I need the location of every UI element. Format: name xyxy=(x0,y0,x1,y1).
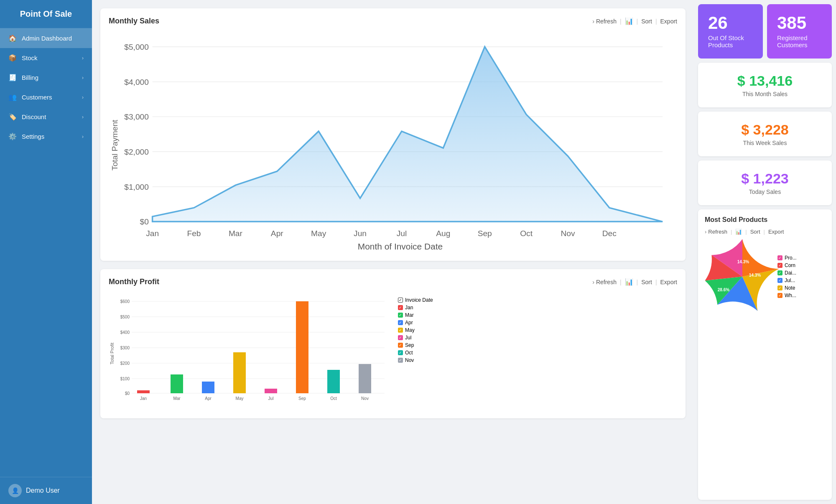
svg-text:$2,000: $2,000 xyxy=(124,148,149,156)
monthly-sales-chart: Total Payment $5,000 $4,000 $3,000 $2,00… xyxy=(109,32,677,252)
monthly-sales-header: Monthly Sales › Refresh | 📊 | Sort | Exp… xyxy=(109,17,677,25)
legend-oct: ✓ Oct xyxy=(398,350,444,356)
legend-may: ✓ May xyxy=(398,327,444,333)
this-month-label: This Month Sales xyxy=(708,91,822,97)
sidebar-nav: 🏠 Admin Dashboard 📦 Stock › 🧾 Billing › … xyxy=(0,28,92,146)
monthly-sales-card: Monthly Sales › Refresh | 📊 | Sort | Exp… xyxy=(100,8,686,261)
username: Demo User xyxy=(26,487,60,494)
pie-chart-svg xyxy=(705,239,780,314)
user-profile[interactable]: 👤 Demo User xyxy=(0,477,92,504)
divider: | xyxy=(620,18,622,25)
sidebar-label-billing: Billing xyxy=(22,74,38,81)
sidebar-item-billing[interactable]: 🧾 Billing › xyxy=(0,68,92,87)
legend-corn: ✓ Corn xyxy=(777,262,797,268)
chevron-right-icon: › xyxy=(82,134,84,140)
svg-text:Jun: Jun xyxy=(354,229,367,238)
legend-nov: ✓ Nov xyxy=(398,357,444,363)
most-sold-legend: ✓ Pro... ✓ Corn ✓ Dai... ✓ Jul... xyxy=(777,255,797,298)
monthly-sales-title: Monthly Sales xyxy=(109,17,159,25)
customers-icon: 👥 xyxy=(8,93,17,101)
monthly-profit-export-btn[interactable]: Export xyxy=(660,279,677,285)
chevron-right-icon: › xyxy=(82,55,84,61)
monthly-sales-refresh-btn[interactable]: › Refresh xyxy=(592,18,617,25)
monthly-profit-svg: Total Profit $600 $500 $400 $300 $200 $1… xyxy=(109,293,393,410)
charts-area: Monthly Sales › Refresh | 📊 | Sort | Exp… xyxy=(92,0,694,504)
monthly-profit-actions: › Refresh | 📊 | Sort | Export xyxy=(592,278,677,286)
svg-text:$0: $0 xyxy=(140,217,149,226)
out-of-stock-label: Out Of Stock Products xyxy=(708,34,753,48)
sidebar-label-dashboard: Admin Dashboard xyxy=(22,35,72,42)
chevron-right-icon: › xyxy=(592,279,594,285)
legend-invoice-date: ✓ Invoice Date xyxy=(398,297,444,303)
bar-sep xyxy=(296,301,308,393)
svg-text:Sep: Sep xyxy=(478,229,492,238)
monthly-sales-sort-btn[interactable]: Sort xyxy=(641,18,652,25)
sidebar-item-stock[interactable]: 📦 Stock › xyxy=(0,48,92,68)
sidebar-item-dashboard[interactable]: 🏠 Admin Dashboard xyxy=(0,28,92,48)
registered-customers-number: 385 xyxy=(777,14,822,32)
svg-text:Month of Invoice Date: Month of Invoice Date xyxy=(358,242,443,251)
chevron-right-icon: › xyxy=(82,114,84,120)
divider: | xyxy=(745,229,747,235)
legend-jul: ✓ Jul xyxy=(398,335,444,341)
profit-chart-area: Total Profit $600 $500 $400 $300 $200 $1… xyxy=(109,293,677,410)
sidebar-item-settings[interactable]: ⚙️ Settings › xyxy=(0,127,92,146)
profit-legend: ✓ Invoice Date ✓ Jan ✓ Mar ✓ Apr xyxy=(398,293,444,410)
sidebar-item-customers[interactable]: 👥 Customers › xyxy=(0,87,92,107)
svg-text:Jan: Jan xyxy=(146,229,159,238)
most-sold-actions: › Refresh | 📊 | Sort | Export xyxy=(705,229,825,235)
legend-note: ✓ Note xyxy=(777,285,797,291)
chevron-right-icon: › xyxy=(82,75,84,81)
svg-text:Total Payment: Total Payment xyxy=(110,120,119,171)
app-name: Point Of Sale xyxy=(20,9,72,18)
divider: | xyxy=(655,279,657,285)
monthly-sales-export-btn[interactable]: Export xyxy=(660,18,677,25)
svg-text:Jul: Jul xyxy=(268,396,274,401)
this-month-sales-card: $ 13,416 This Month Sales xyxy=(698,63,832,107)
bar-jul xyxy=(265,389,277,393)
divider: | xyxy=(620,279,622,285)
pie-chart-area: ✓ Pro... ✓ Corn ✓ Dai... ✓ Jul... xyxy=(705,239,825,314)
svg-text:Jul: Jul xyxy=(397,229,407,238)
divider: | xyxy=(764,229,765,235)
sidebar-label-customers: Customers xyxy=(22,94,52,101)
svg-text:$600: $600 xyxy=(120,299,130,304)
today-label: Today Sales xyxy=(708,188,822,195)
bar-jan xyxy=(137,390,150,393)
legend-jul: ✓ Jul... xyxy=(777,277,797,283)
svg-text:$400: $400 xyxy=(120,330,130,335)
chevron-right-icon: › xyxy=(592,18,594,25)
today-sales-card: $ 1,223 Today Sales xyxy=(698,160,832,205)
monthly-profit-title: Monthly Profit xyxy=(109,277,159,286)
monthly-profit-card: Monthly Profit › Refresh | 📊 | Sort | Ex… xyxy=(100,269,686,418)
svg-text:Nov: Nov xyxy=(361,396,369,401)
bar-nov xyxy=(359,364,371,393)
svg-text:$5,000: $5,000 xyxy=(124,43,149,51)
sidebar-label-discount: Discount xyxy=(22,113,46,120)
legend-dai: ✓ Dai... xyxy=(777,270,797,276)
svg-text:$300: $300 xyxy=(120,346,130,350)
svg-text:$4,000: $4,000 xyxy=(124,78,149,87)
legend-apr: ✓ Apr xyxy=(398,320,444,326)
svg-text:$1,000: $1,000 xyxy=(124,183,149,191)
divider: | xyxy=(731,229,732,235)
svg-text:May: May xyxy=(236,396,244,401)
registered-customers-label: Registered Customers xyxy=(777,34,822,48)
most-sold-refresh-btn[interactable]: › Refresh xyxy=(705,229,727,235)
monthly-profit-sort-btn[interactable]: Sort xyxy=(641,279,652,285)
sidebar-item-discount[interactable]: 🏷️ Discount › xyxy=(0,107,92,127)
monthly-sales-svg: Total Payment $5,000 $4,000 $3,000 $2,00… xyxy=(109,32,677,251)
divider: | xyxy=(637,279,638,285)
divider: | xyxy=(655,18,657,25)
bar-may xyxy=(233,352,246,393)
most-sold-title: Most Sold Products xyxy=(705,216,767,224)
most-sold-export-btn[interactable]: Export xyxy=(768,229,784,235)
svg-text:Aug: Aug xyxy=(436,229,450,238)
monthly-profit-refresh-btn[interactable]: › Refresh xyxy=(592,279,617,285)
most-sold-sort-btn[interactable]: Sort xyxy=(750,229,760,235)
out-of-stock-number: 26 xyxy=(708,14,753,32)
app-logo: Point Of Sale xyxy=(0,0,92,28)
bar-apr xyxy=(202,382,214,393)
stat-cards-top-row: 26 Out Of Stock Products 385 Registered … xyxy=(698,4,832,59)
monthly-profit-header: Monthly Profit › Refresh | 📊 | Sort | Ex… xyxy=(109,277,677,286)
